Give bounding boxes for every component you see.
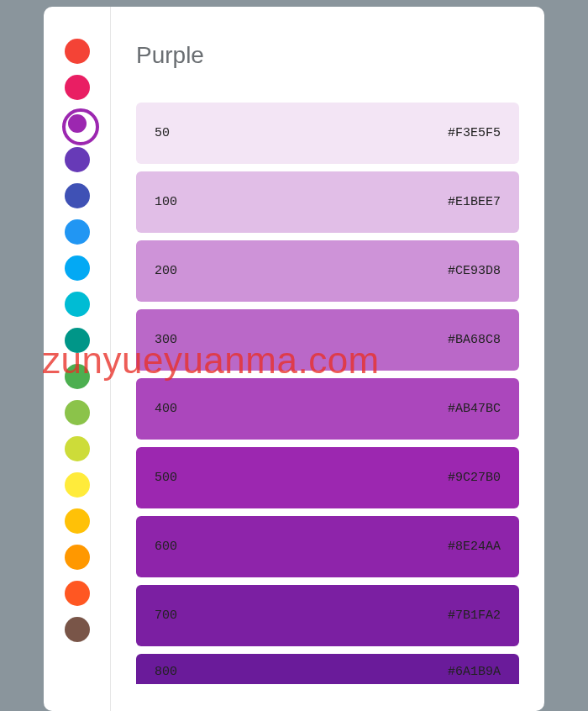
swatch-row[interactable]: 400#AB47BC bbox=[136, 378, 519, 440]
swatch-row[interactable]: 500#9C27B0 bbox=[136, 447, 519, 508]
color-dot-light-blue[interactable] bbox=[65, 255, 90, 281]
swatch-hex: #CE93D8 bbox=[448, 264, 501, 278]
swatch-row[interactable]: 200#CE93D8 bbox=[136, 240, 519, 302]
color-dot-red[interactable] bbox=[65, 39, 90, 64]
swatch-shade: 100 bbox=[155, 195, 177, 209]
color-dot-deep-orange[interactable] bbox=[65, 581, 90, 606]
color-dot-lime[interactable] bbox=[65, 436, 90, 461]
color-palette-card: Purple 50#F3E5F5100#E1BEE7200#CE93D8300#… bbox=[44, 7, 544, 711]
swatch-row[interactable]: 800#6A1B9A bbox=[136, 654, 519, 684]
swatch-hex: #F3E5F5 bbox=[448, 126, 501, 140]
color-sidebar bbox=[44, 7, 111, 711]
swatch-row[interactable]: 100#E1BEE7 bbox=[136, 171, 519, 233]
swatch-shade: 400 bbox=[155, 402, 177, 416]
color-dot-cyan[interactable] bbox=[65, 292, 90, 317]
color-dot-green[interactable] bbox=[65, 364, 90, 389]
color-dot-indigo[interactable] bbox=[65, 183, 90, 208]
color-dot-brown[interactable] bbox=[65, 617, 90, 642]
color-dot-pink[interactable] bbox=[65, 75, 90, 100]
swatch-shade: 800 bbox=[155, 665, 177, 679]
swatch-hex: #7B1FA2 bbox=[448, 608, 501, 623]
swatch-shade: 300 bbox=[155, 333, 177, 347]
swatch-hex: #8E24AA bbox=[448, 540, 501, 554]
color-dot-teal[interactable] bbox=[65, 328, 90, 353]
color-dot-light-green[interactable] bbox=[65, 400, 90, 425]
swatch-list: 50#F3E5F5100#E1BEE7200#CE93D8300#BA68C84… bbox=[136, 103, 519, 684]
swatch-shade: 600 bbox=[155, 540, 177, 554]
color-dot-deep-purple[interactable] bbox=[65, 147, 90, 172]
swatch-hex: #BA68C8 bbox=[448, 333, 501, 347]
palette-title: Purple bbox=[136, 42, 519, 69]
color-dot-orange[interactable] bbox=[65, 545, 90, 570]
swatch-shade: 50 bbox=[155, 126, 170, 140]
main-panel: Purple 50#F3E5F5100#E1BEE7200#CE93D8300#… bbox=[111, 7, 544, 711]
swatch-shade: 700 bbox=[155, 608, 177, 623]
swatch-shade: 500 bbox=[155, 471, 177, 485]
swatch-row[interactable]: 700#7B1FA2 bbox=[136, 585, 519, 646]
color-dot-amber[interactable] bbox=[65, 508, 90, 534]
swatch-shade: 200 bbox=[155, 264, 177, 278]
swatch-hex: #E1BEE7 bbox=[448, 195, 501, 209]
swatch-row[interactable]: 300#BA68C8 bbox=[136, 309, 519, 371]
color-dot-blue[interactable] bbox=[65, 219, 90, 245]
color-dot-purple[interactable] bbox=[68, 114, 87, 133]
swatch-row[interactable]: 50#F3E5F5 bbox=[136, 103, 519, 164]
swatch-hex: #AB47BC bbox=[448, 402, 501, 416]
swatch-hex: #6A1B9A bbox=[448, 665, 501, 679]
swatch-row[interactable]: 600#8E24AA bbox=[136, 516, 519, 577]
swatch-hex: #9C27B0 bbox=[448, 471, 501, 485]
color-dot-yellow[interactable] bbox=[65, 472, 90, 498]
